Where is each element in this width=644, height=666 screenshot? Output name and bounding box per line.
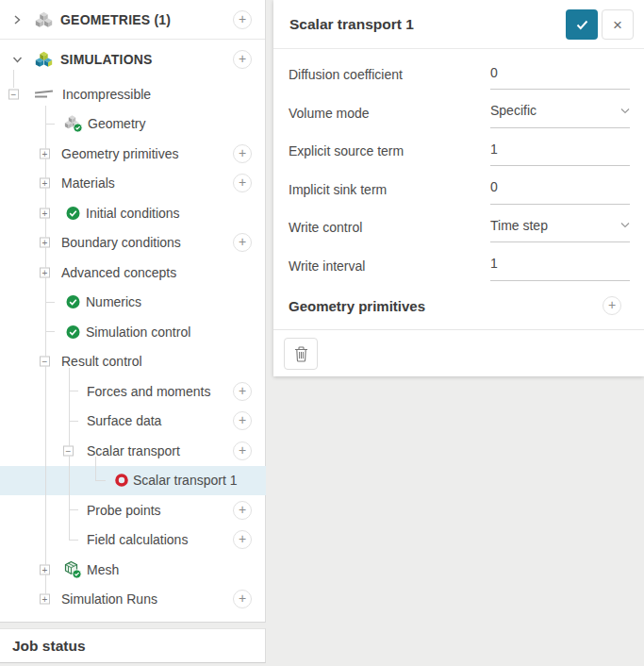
add-field-calculation-button[interactable]: + [233,530,252,549]
add-simulation-run-button[interactable]: + [233,590,252,608]
add-simulation-button[interactable]: + [233,50,252,69]
tree-item-result-control[interactable]: − Result control [0,347,265,377]
expand-toggle[interactable]: + [40,208,50,218]
plus-icon: + [239,383,246,398]
chevron-right-icon[interactable] [12,14,22,25]
expand-toggle[interactable]: + [40,564,50,574]
tree-item-label: Geometry [88,116,145,131]
tree-item-numerics[interactable]: Numerics [0,288,265,318]
tree-item-label: Scalar transport 1 [133,473,238,488]
plus-icon: + [239,175,246,190]
tree-item-label: Field calculations [87,532,188,547]
chevron-down-icon[interactable] [12,55,23,64]
add-geometry-primitive-button[interactable]: + [233,144,252,163]
field-diffusion-coefficient: Diffusion coefficient [289,56,630,94]
tree-item-boundary-conditions[interactable]: + Boundary conditions + [0,228,265,258]
plus-icon: + [239,412,246,427]
tree-item-label: Boundary conditions [61,235,181,250]
incompressible-icon [35,91,54,97]
tree-item-simulation-control[interactable]: Simulation control [0,317,265,347]
plus-icon: + [239,51,246,66]
chevron-down-icon [620,222,630,228]
confirm-button[interactable] [566,9,598,40]
expand-toggle[interactable]: + [40,594,50,605]
section-title: Geometry primitives [289,298,425,314]
tree-item-forces-and-moments[interactable]: Forces and moments + [0,376,265,407]
field-label: Write control [289,220,490,235]
tree-item-label: Geometry primitives [61,146,178,161]
panel-header: Scalar transport 1 × [273,0,644,49]
close-button[interactable]: × [602,9,634,40]
expand-toggle[interactable]: + [40,238,50,248]
tree-item-simulation-runs[interactable]: + Simulation Runs + [0,585,265,615]
expand-toggle[interactable]: + [40,267,50,277]
tree-item-label: Incompressible [62,87,151,102]
result-ring-icon [115,474,128,487]
field-write-interval: Write interval [289,247,630,286]
tree-item-surface-data[interactable]: Surface data + [0,407,265,437]
add-probe-point-button[interactable]: + [233,501,252,520]
field-implicit-sink-term: Implicit sink term [289,171,630,209]
plus-icon: + [239,234,246,249]
delete-button[interactable] [284,338,318,370]
add-geometry-primitive-button[interactable]: + [603,296,621,315]
geometries-cubes-icon [35,11,53,28]
tree-item-label: Numerics [86,294,141,309]
tree-item-initial-conditions[interactable]: + Initial conditions [0,198,265,228]
plus-icon: + [608,297,616,312]
add-scalar-transport-button[interactable]: + [233,441,252,460]
plus-icon: + [239,531,246,546]
tree-item-advanced-concepts[interactable]: + Advanced concepts [0,258,265,288]
implicit-sink-term-input[interactable] [490,179,630,194]
tree-item-incompressible[interactable]: − Incompressible [0,79,265,109]
add-material-button[interactable]: + [233,174,252,192]
add-boundary-condition-button[interactable]: + [233,233,252,252]
geometry-primitives-section: Geometry primitives + [289,289,630,323]
add-surface-data-button[interactable]: + [233,411,252,430]
explicit-source-term-input[interactable] [490,142,630,157]
tree-item-scalar-transport[interactable]: − Scalar transport + [0,436,265,466]
volume-mode-select[interactable]: Specific [490,94,630,128]
plus-icon: + [239,145,246,160]
tree-item-mesh[interactable]: + Mesh [0,555,265,585]
geometries-label: GEOMETRIES (1) [60,12,171,27]
tree-item-label: Simulation Runs [61,591,157,607]
select-value: Time step [490,218,548,233]
close-icon: × [613,16,622,34]
tree-item-materials[interactable]: + Materials + [0,169,265,199]
tree-item-scalar-transport-1[interactable]: Scalar transport 1 [0,466,265,496]
panel-footer [273,329,644,376]
tree-item-geometry-primitives[interactable]: + Geometry primitives + [0,139,265,169]
write-control-select[interactable]: Time step [490,208,630,242]
scalar-transport-settings-panel: Scalar transport 1 × Diffusion coefficie… [273,0,644,376]
expand-toggle[interactable]: + [40,178,50,189]
field-label: Write interval [289,258,490,274]
tree-item-label: Forces and moments [87,384,211,399]
tree-item-label: Initial conditions [86,206,180,221]
add-geometry-button[interactable]: + [233,10,252,29]
tree-item-simulations[interactable]: SIMULATIONS + [0,40,265,79]
tree-item-probe-points[interactable]: Probe points + [0,495,265,525]
job-status-panel[interactable]: Job status [0,628,266,663]
field-label: Diffusion coefficient [289,67,490,82]
plus-icon: + [239,11,246,26]
tree-item-geometries[interactable]: GEOMETRIES (1) + [0,0,265,40]
expand-toggle[interactable]: − [40,357,50,367]
field-label: Implicit sink term [289,182,490,197]
expand-toggle[interactable]: − [8,89,19,99]
diffusion-coefficient-input[interactable] [490,65,630,80]
field-write-control: Write control Time step [289,208,630,247]
expand-toggle[interactable]: + [40,148,50,158]
plus-icon: + [239,502,246,517]
field-explicit-source-term: Explicit source term [289,132,630,171]
write-interval-input[interactable] [490,256,630,271]
expand-toggle[interactable]: − [63,445,74,456]
tree-item-label: Advanced concepts [61,265,176,280]
add-forces-moments-button[interactable]: + [233,382,252,401]
tree-item-field-calculations[interactable]: Field calculations + [0,525,265,556]
check-circle-icon [66,325,80,339]
geometry-icon [64,115,83,133]
mesh-icon [63,560,82,578]
tree-item-geometry[interactable]: Geometry [0,109,265,140]
tree-item-label: Simulation control [86,325,190,340]
